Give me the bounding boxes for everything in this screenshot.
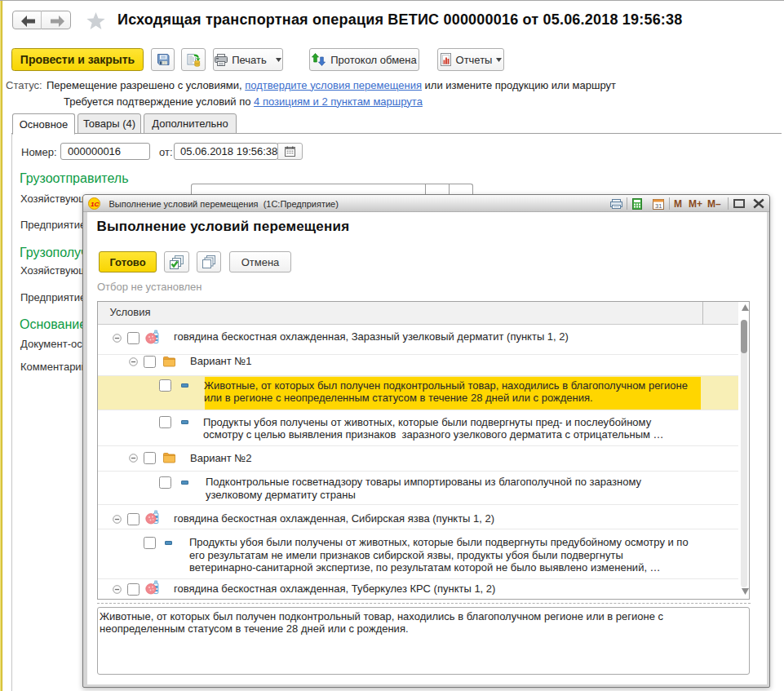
svg-text:1С: 1С [91, 201, 99, 208]
svg-text:31: 31 [655, 202, 662, 210]
